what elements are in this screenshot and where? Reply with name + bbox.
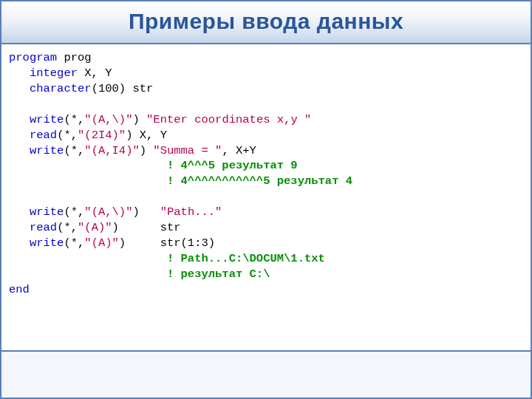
keyword-character: character [9,82,92,95]
format-string: "(A,I4)" [84,144,139,157]
slide-title: Примеры ввода данных [1,9,531,34]
code-text: (*, [64,144,84,157]
identifier: prog [57,51,92,64]
indent [9,159,167,172]
format-string: "(A,\)" [84,205,132,219]
indent [9,174,167,188]
code-text: (100) str [92,82,154,95]
keyword-write: write [9,205,64,219]
comment: ! 4^^^^^^^^^^^5 результат 4 [167,174,352,188]
code-text: (*, [64,113,84,126]
keyword-read: read [9,129,57,142]
string-literal: "Enter coordinates x,y " [146,113,311,126]
slide-footer [1,352,531,398]
blank-line [9,190,16,203]
keyword-program: program [9,51,57,64]
string-literal: "Path..." [160,205,222,219]
keyword-read: read [9,221,57,234]
keyword-integer: integer [9,66,78,80]
code-text: ) X, Y [126,129,167,142]
comment: ! Path...C:\DOCUM\1.txt [167,252,325,265]
code-text: ) str(1:3) [119,236,215,250]
code-text: ) [132,113,146,126]
keyword-end: end [9,283,30,296]
string-literal: "Summa = " [153,144,222,157]
slide-container: Примеры ввода данных program prog intege… [0,0,532,399]
format-string: "(A,\)" [84,113,132,126]
code-text: (*, [57,221,78,234]
code-text: (*, [57,129,78,142]
code-text: (*, [64,236,84,250]
code-block: program prog integer X, Y character(100)… [1,44,531,352]
keyword-write: write [9,113,64,126]
format-string: "(A)" [78,221,112,234]
code-text: (*, [64,205,84,219]
code-text: X, Y [78,66,112,80]
format-string: "(2I4)" [78,129,126,142]
format-string: "(A)" [84,236,119,250]
blank-line [9,98,16,111]
comment: ! 4^^^5 результат 9 [167,159,298,172]
code-text: ) [140,144,154,157]
title-bar: Примеры ввода данных [1,1,531,44]
keyword-write: write [9,236,64,250]
code-text: , X+Y [222,144,256,157]
code-text: ) [132,205,160,219]
indent [9,267,167,281]
keyword-write: write [9,144,64,157]
indent [9,252,167,265]
comment: ! результат C:\ [167,267,270,281]
code-text: ) str [112,221,181,234]
